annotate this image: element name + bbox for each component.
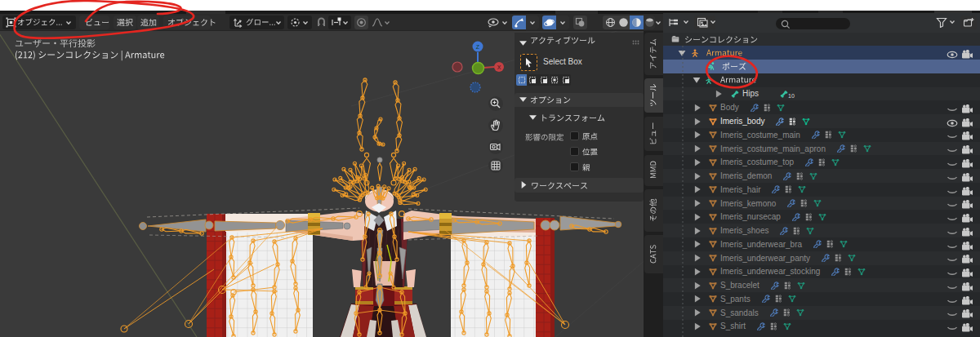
svg-text:Z: Z (476, 44, 480, 50)
svg-text:X: X (497, 64, 501, 70)
